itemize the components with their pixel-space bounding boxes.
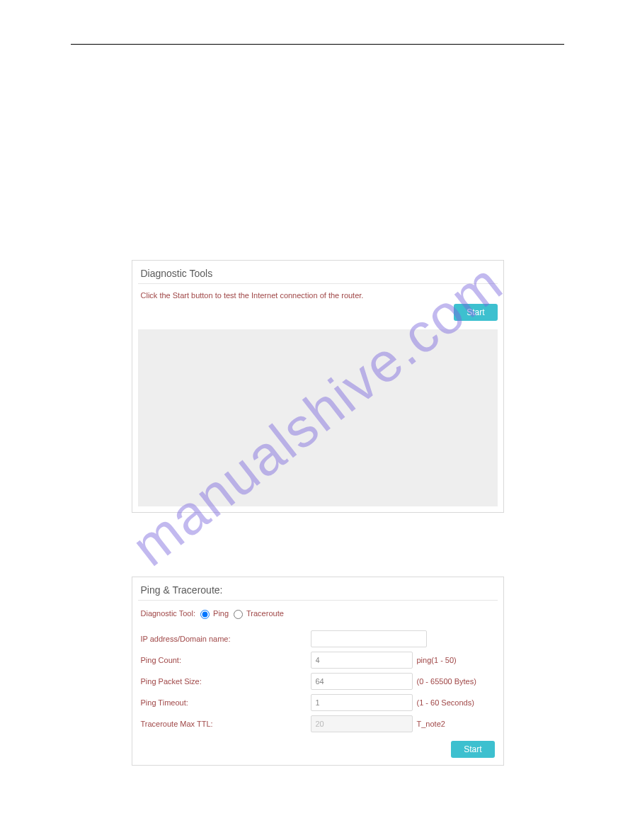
size-row: Ping Packet Size: (0 - 65500 Bytes) <box>141 673 495 690</box>
timeout-hint: (1 - 60 Seconds) <box>417 698 474 707</box>
traceroute-radio[interactable] <box>234 610 243 619</box>
ip-row: IP address/Domain name: <box>141 630 495 647</box>
count-label: Ping Count: <box>141 656 311 664</box>
ping-radio[interactable] <box>200 610 210 619</box>
ip-label: IP address/Domain name: <box>141 635 311 643</box>
count-row: Ping Count: ping(1 - 50) <box>141 652 495 669</box>
traceroute-radio-label: Traceroute <box>246 609 284 618</box>
ping-traceroute-card: Ping & Traceroute: Diagnostic Tool: Ping… <box>132 577 504 766</box>
diagnostic-output <box>138 329 498 506</box>
start-button[interactable]: Start <box>454 304 497 321</box>
ip-input[interactable] <box>311 630 427 647</box>
timeout-row: Ping Timeout: (1 - 60 Seconds) <box>141 694 495 711</box>
form-grid: IP address/Domain name: Ping Count: ping… <box>132 630 503 732</box>
ping-traceroute-title: Ping & Traceroute: <box>132 577 503 600</box>
size-label: Ping Packet Size: <box>141 677 311 686</box>
ttl-row: Traceroute Max TTL: T_note2 <box>141 715 495 732</box>
ping-radio-label: Ping <box>213 609 229 618</box>
ttl-label: Traceroute Max TTL: <box>141 720 311 728</box>
timeout-label: Ping Timeout: <box>141 698 311 707</box>
size-input[interactable] <box>311 673 413 690</box>
diagnostic-tool-label: Diagnostic Tool: <box>141 609 195 618</box>
diagnostic-tool-row: Diagnostic Tool: Ping Traceroute <box>132 601 503 630</box>
page-top-rule <box>71 44 564 45</box>
ttl-hint: T_note2 <box>417 720 445 728</box>
count-hint: ping(1 - 50) <box>417 656 457 664</box>
diagnostic-tools-title: Diagnostic Tools <box>132 261 503 283</box>
size-hint: (0 - 65500 Bytes) <box>417 677 476 686</box>
count-input[interactable] <box>311 652 413 669</box>
diagnostic-tools-card: Diagnostic Tools Click the Start button … <box>132 260 504 513</box>
timeout-input[interactable] <box>311 694 413 711</box>
ttl-input <box>311 715 413 732</box>
diagnostic-instruction: Click the Start button to test the Inter… <box>132 284 503 300</box>
start-button-ping[interactable]: Start <box>451 741 494 758</box>
